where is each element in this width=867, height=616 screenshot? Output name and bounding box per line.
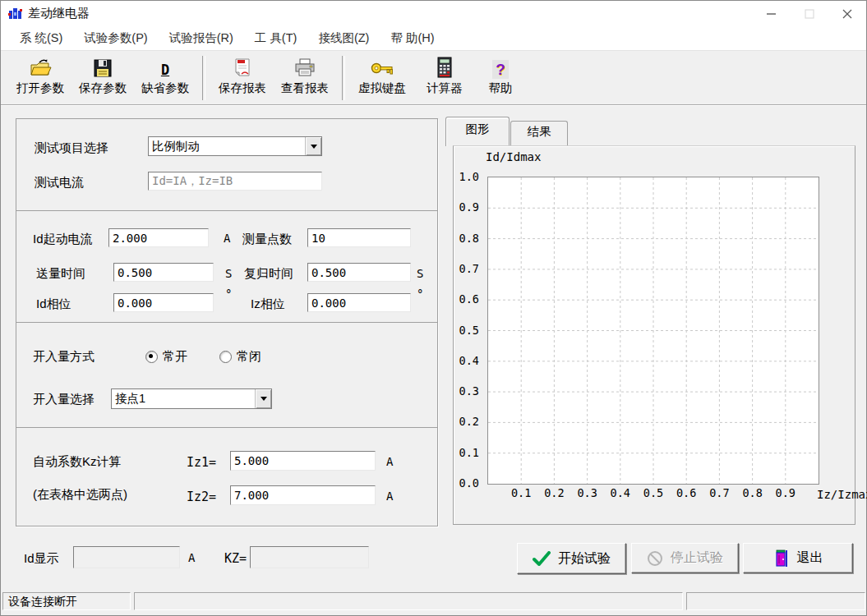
send-time-field[interactable] [113, 263, 214, 282]
y-tick-label: 0.3 [459, 384, 479, 398]
test-current-label: 测试电流 [35, 175, 84, 191]
window-title: 差动继电器 [28, 6, 90, 21]
y-tick-label: 0.6 [459, 292, 479, 306]
start-test-label: 开始试验 [558, 550, 611, 568]
radio-normally-open[interactable] [145, 351, 158, 363]
iz2-field[interactable] [230, 485, 376, 505]
iz-phase-label: Iz相位 [251, 297, 285, 312]
y-tick-label: 0.8 [459, 232, 479, 245]
x-tick-label: 0.6 [672, 486, 700, 499]
y-tick-label: 0.4 [459, 354, 479, 367]
measure-points-field[interactable] [307, 228, 411, 247]
status-panel [134, 592, 683, 610]
toolbar-separator [202, 56, 205, 100]
y-tick-label: 0.7 [459, 262, 479, 275]
toolbar-label: 帮助 [489, 80, 513, 96]
y-tick-label: 0.2 [459, 415, 479, 428]
minimize-icon [767, 9, 777, 19]
toolbar-label: 虚拟键盘 [358, 80, 406, 96]
test-select-group: 测试项目选择 比例制动 测试电流 [16, 118, 438, 213]
minimize-button[interactable] [753, 1, 791, 26]
toolbar-label: 查看报表 [281, 80, 329, 96]
menu-test-report[interactable]: 试验报告(R) [159, 27, 244, 49]
x-tick-label: 0.5 [639, 486, 667, 499]
tab-graph[interactable]: 图形 [445, 117, 510, 146]
menu-wiring-diagram[interactable]: 接线图(Z) [307, 27, 380, 49]
exit-button[interactable]: 退出 [743, 543, 853, 573]
measure-points-label: 测量点数 [242, 232, 292, 247]
toolbar-label: 缺省参数 [141, 80, 189, 96]
virtual-keyboard-button[interactable]: 虚拟键盘 [351, 54, 413, 102]
menu-system[interactable]: 系 统(S) [9, 27, 73, 49]
id-display-label: Id显示 [24, 551, 59, 567]
di-select-label: 开入量选择 [33, 392, 95, 407]
maximize-icon [805, 9, 814, 19]
unit-label: A [386, 455, 393, 468]
menubar: 系 统(S) 试验参数(P) 试验报告(R) 工 具(T) 接线图(Z) 帮 助… [1, 26, 866, 50]
unit-label: ° [225, 287, 232, 301]
test-item-label: 测试项目选择 [35, 140, 108, 156]
y-tick-label: 0.1 [459, 446, 479, 459]
exit-label: 退出 [797, 549, 823, 567]
view-report-printer-icon [293, 54, 316, 79]
status-connection: 设备连接断开 [2, 592, 131, 610]
help-icon: ? [492, 54, 509, 79]
menu-tools[interactable]: 工 具(T) [244, 27, 308, 49]
radio-normally-closed[interactable] [219, 351, 232, 363]
iz-phase-field[interactable] [307, 293, 411, 312]
iz1-field[interactable] [230, 451, 376, 471]
app-icon [8, 7, 23, 21]
maximize-button[interactable] [791, 1, 828, 26]
virtual-keyboard-key-icon [370, 54, 394, 79]
open-params-button[interactable]: 打开参数 [9, 54, 71, 102]
plot-area [487, 177, 819, 485]
tab-result[interactable]: 结果 [510, 121, 568, 145]
chevron-down-icon[interactable] [305, 137, 321, 155]
menu-help[interactable]: 帮 助(H) [380, 27, 445, 49]
x-axis-title: Iz/Izmax [817, 488, 867, 501]
stop-icon [647, 550, 663, 567]
id-phase-field[interactable] [113, 293, 214, 312]
di-select-combobox[interactable]: 接点1 [111, 388, 272, 409]
statusbar: 设备连接断开 [1, 591, 866, 613]
toolbar: 打开参数 保存参数 D 缺省参数 [1, 50, 866, 105]
y-axis-labels: 1.00.90.80.70.60.50.40.30.20.10.0 [448, 177, 482, 483]
calculator-button[interactable]: 计算器 [413, 54, 476, 102]
radio-normally-open-label[interactable]: 常开 [163, 349, 187, 365]
y-tick-label: 0.9 [459, 200, 479, 214]
save-report-icon [232, 54, 253, 79]
reset-time-field[interactable] [307, 263, 411, 282]
radio-normally-closed-label[interactable]: 常闭 [237, 349, 261, 365]
id-start-current-field[interactable] [108, 228, 209, 247]
test-item-value: 比例制动 [149, 137, 305, 155]
help-button[interactable]: ? 帮助 [476, 54, 525, 102]
test-current-field [148, 172, 322, 191]
default-params-button[interactable]: D 缺省参数 [134, 54, 196, 102]
toolbar-label: 打开参数 [16, 80, 64, 96]
reset-time-label: 复归时间 [244, 266, 293, 282]
menu-test-params[interactable]: 试验参数(P) [73, 27, 158, 49]
y-tick-label: 1.0 [459, 170, 479, 183]
calculator-icon [436, 54, 454, 79]
open-folder-icon [29, 54, 52, 79]
kz-result-label: KZ= [224, 551, 247, 566]
exit-door-icon [773, 549, 790, 568]
start-test-button[interactable]: 开始试验 [517, 543, 626, 574]
test-item-combobox[interactable]: 比例制动 [148, 136, 322, 156]
x-tick-label: 0.3 [574, 486, 602, 499]
view-report-button[interactable]: 查看报表 [274, 54, 336, 102]
save-params-button[interactable]: 保存参数 [71, 54, 134, 102]
id-start-current-label: Id起动电流 [33, 232, 93, 247]
chevron-down-icon[interactable] [255, 389, 271, 408]
close-icon [842, 9, 852, 19]
x-axis-labels: 0.10.20.30.40.50.60.70.80.9 [488, 486, 819, 501]
toolbar-label: 计算器 [427, 80, 463, 96]
status-panel [686, 592, 865, 610]
id-phase-label: Id相位 [36, 297, 71, 312]
stop-test-label: 停止试验 [671, 549, 723, 567]
x-tick-label: 0.1 [507, 486, 535, 499]
close-button[interactable] [828, 1, 866, 26]
save-report-button[interactable]: 保存报表 [211, 54, 274, 102]
x-tick-label: 0.8 [739, 486, 767, 499]
send-time-label: 送量时间 [36, 266, 85, 282]
